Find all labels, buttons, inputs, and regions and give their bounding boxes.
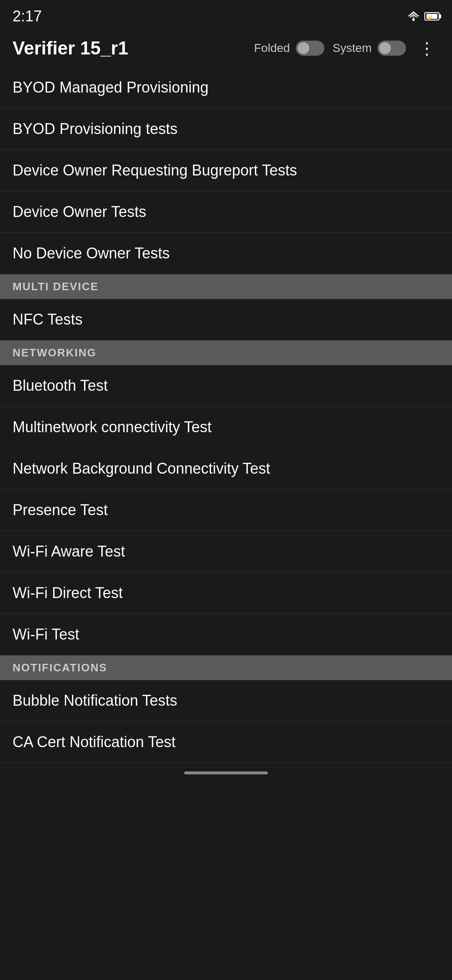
list-item-3[interactable]: Device Owner Tests (0, 191, 452, 233)
list-item-0[interactable]: BYOD Managed Provisioning (0, 67, 452, 108)
list-item-label: No Device Owner Tests (13, 245, 170, 262)
status-icons: ⚡ (407, 10, 439, 23)
folded-toggle-group: Folded (254, 41, 324, 56)
list-container: BYOD Managed ProvisioningBYOD Provisioni… (0, 67, 452, 763)
list-item-label: Network Background Connectivity Test (13, 460, 270, 477)
list-item-6[interactable]: NFC Tests (0, 299, 452, 340)
list-item-label: Wi-Fi Test (13, 626, 79, 643)
lightning-icon: ⚡ (426, 14, 434, 21)
list-item-label: Wi-Fi Aware Test (13, 543, 125, 560)
list-item-label: BYOD Provisioning tests (13, 120, 177, 138)
list-item-label: Bluetooth Test (13, 377, 108, 395)
list-item-17[interactable]: CA Cert Notification Test (0, 722, 452, 763)
list-item-11[interactable]: Presence Test (0, 490, 452, 531)
section-header-text: NETWORKING (13, 346, 97, 359)
section-header-networking: NETWORKING (0, 340, 452, 365)
system-toggle-group: System (333, 41, 406, 56)
home-indicator (184, 771, 268, 774)
list-item-label: Bubble Notification Tests (13, 692, 177, 709)
list-item-10[interactable]: Network Background Connectivity Test (0, 448, 452, 490)
list-item-label: Multinetwork connectivity Test (13, 418, 212, 436)
section-header-multi-device: MULTI DEVICE (0, 274, 452, 299)
list-item-label: CA Cert Notification Test (13, 733, 176, 751)
list-item-label: BYOD Managed Provisioning (13, 79, 208, 96)
section-header-text: NOTIFICATIONS (13, 661, 107, 674)
battery-fill: ⚡ (426, 14, 437, 19)
list-item-label: Device Owner Tests (13, 203, 146, 221)
folded-toggle[interactable] (296, 41, 324, 56)
list-item-13[interactable]: Wi-Fi Direct Test (0, 573, 452, 614)
system-toggle-knob (379, 42, 391, 54)
svg-marker-3 (413, 15, 414, 19)
section-header-text: MULTI DEVICE (13, 280, 99, 293)
toolbar: Verifier 15_r1 Folded System ⋮ (0, 29, 452, 67)
list-item-1[interactable]: BYOD Provisioning tests (0, 108, 452, 150)
list-item-8[interactable]: Bluetooth Test (0, 365, 452, 407)
status-bar: 2:17 ⚡ (0, 0, 452, 29)
list-item-9[interactable]: Multinetwork connectivity Test (0, 407, 452, 448)
list-item-14[interactable]: Wi-Fi Test (0, 614, 452, 655)
list-item-16[interactable]: Bubble Notification Tests (0, 680, 452, 722)
wifi-icon (407, 10, 420, 23)
list-item-2[interactable]: Device Owner Requesting Bugreport Tests (0, 150, 452, 191)
more-button[interactable]: ⋮ (414, 40, 439, 57)
list-item-4[interactable]: No Device Owner Tests (0, 233, 452, 274)
battery-icon: ⚡ (424, 12, 439, 21)
list-item-label: Wi-Fi Direct Test (13, 584, 123, 602)
system-label: System (333, 41, 372, 55)
list-item-label: Presence Test (13, 501, 108, 519)
app-title: Verifier 15_r1 (13, 38, 246, 59)
folded-label: Folded (254, 41, 290, 55)
list-item-label: NFC Tests (13, 311, 82, 328)
list-item-label: Device Owner Requesting Bugreport Tests (13, 162, 297, 179)
section-header-notifications: NOTIFICATIONS (0, 655, 452, 680)
system-toggle[interactable] (378, 41, 406, 56)
list-item-12[interactable]: Wi-Fi Aware Test (0, 531, 452, 573)
folded-toggle-knob (298, 42, 309, 54)
status-time: 2:17 (13, 8, 42, 25)
